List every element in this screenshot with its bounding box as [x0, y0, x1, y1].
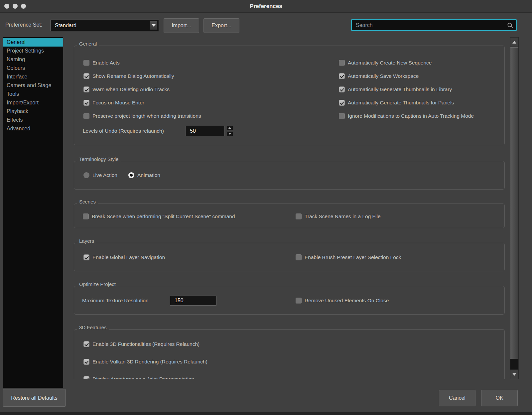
checkbox-label: Automatically Generate Thumbnails in Lib… — [348, 86, 452, 92]
checkbox-row[interactable]: Enable Brush Preset Layer Selection Lock — [296, 254, 401, 261]
checkbox[interactable] — [296, 298, 302, 304]
checkbox[interactable] — [83, 376, 89, 379]
window-bottom-edge — [0, 412, 532, 415]
checkbox[interactable] — [296, 213, 302, 219]
spin-down-icon — [228, 133, 231, 135]
settings-viewport: General Enable Acts Show Rename Dialog A… — [0, 37, 510, 379]
checkbox-row[interactable]: Break Scene when performing "Split Curre… — [83, 213, 235, 220]
vertical-scrollbar[interactable] — [510, 37, 519, 379]
checkbox-row[interactable]: Warn when Deleting Audio Tracks — [83, 86, 170, 93]
preference-set-value: Standard — [55, 20, 76, 31]
preference-set-dropdown[interactable]: Standard — [51, 20, 159, 31]
checkbox-row[interactable]: Show Rename Dialog Automatically — [83, 72, 174, 80]
checkbox-label: Enable 3D Functionalities (Requires Rela… — [92, 341, 200, 347]
checkbox-row[interactable]: Display Armatures as a Joint Representat… — [83, 375, 194, 379]
search-input[interactable] — [352, 20, 516, 30]
radio-row[interactable]: Live Action — [83, 172, 117, 179]
scroll-down-icon — [512, 373, 516, 376]
checkbox-label: Enable Acts — [92, 60, 120, 66]
general-group-title: General — [77, 41, 99, 47]
spin-up-button[interactable] — [226, 126, 233, 130]
scroll-down-button[interactable] — [510, 369, 518, 379]
checkbox-row[interactable]: Enable Global Layer Navigation — [83, 254, 165, 261]
max-texture-resolution-label: Maximum Texture Resolution — [82, 298, 149, 304]
checkbox-label: Warn when Deleting Audio Tracks — [92, 86, 170, 92]
titlebar: Preferences — [0, 0, 532, 13]
levels-of-undo-row: Levels of Undo (Requires relaunch) — [83, 127, 164, 135]
checkbox[interactable] — [339, 86, 345, 92]
optimize-project-group: Optimize Project Maximum Texture Resolut… — [74, 286, 505, 315]
checkbox[interactable] — [83, 73, 89, 79]
optimize-project-group-title: Optimize Project — [77, 281, 118, 287]
cancel-button[interactable]: Cancel — [439, 390, 475, 406]
checkbox-row[interactable]: Track Scene Names in a Log File — [296, 213, 381, 220]
radio-button[interactable] — [83, 172, 89, 178]
checkbox[interactable] — [83, 113, 89, 119]
radio-label: Animation — [137, 172, 160, 178]
checkbox[interactable] — [83, 100, 89, 106]
checkbox-row[interactable]: Enable 3D Functionalities (Requires Rela… — [83, 341, 200, 348]
checkbox-label: Automatically Save Workspace — [348, 73, 419, 79]
checkbox-label: Focus on Mouse Enter — [92, 100, 144, 106]
checkbox-row[interactable]: Preserve project length when adding tran… — [83, 112, 201, 120]
checkbox-label: Display Armatures as a Joint Representat… — [92, 376, 194, 379]
checkbox[interactable] — [83, 254, 89, 260]
scroll-up-button[interactable] — [510, 38, 518, 47]
max-texture-resolution-row: Maximum Texture Resolution — [82, 297, 149, 304]
radio-label: Live Action — [92, 172, 117, 178]
radio-row[interactable]: Animation — [128, 172, 160, 179]
checkbox-label: Automatically Generate Thumbnails for Pa… — [348, 100, 454, 106]
checkbox-row[interactable]: Focus on Mouse Enter — [83, 99, 144, 106]
ok-button[interactable]: OK — [481, 390, 518, 406]
scroll-up-icon — [512, 41, 516, 44]
checkbox[interactable] — [83, 86, 89, 92]
checkbox-row[interactable]: Ignore Modifications to Captions in Auto… — [339, 112, 474, 120]
levels-of-undo-label: Levels of Undo (Requires relaunch) — [83, 128, 164, 134]
search-icon — [507, 22, 514, 31]
max-texture-resolution-input[interactable] — [170, 296, 216, 306]
radio-button[interactable] — [128, 172, 134, 178]
checkbox[interactable] — [339, 60, 345, 66]
scenes-group-title: Scenes — [77, 199, 98, 205]
checkbox[interactable] — [339, 100, 345, 106]
export-button[interactable]: Export... — [203, 18, 239, 33]
checkbox-row[interactable]: Remove Unused Elements On Close — [296, 297, 389, 304]
scrollbar-thumb[interactable] — [510, 47, 518, 359]
checkbox[interactable] — [296, 254, 302, 260]
checkbox-row[interactable]: Automatically Generate Thumbnails for Pa… — [339, 99, 454, 106]
chevron-down-icon — [152, 24, 156, 27]
checkbox-row[interactable]: Enable Vulkan 3D Rendering (Requires Rel… — [83, 358, 207, 365]
checkbox-label: Break Scene when performing "Split Curre… — [92, 213, 235, 219]
checkbox[interactable] — [339, 73, 345, 79]
preference-set-label: Preference Set: — [5, 22, 42, 28]
checkbox-row[interactable]: Automatically Save Workspace — [339, 72, 419, 80]
spin-up-icon — [228, 127, 231, 129]
levels-of-undo-stepper — [226, 126, 233, 136]
checkbox[interactable] — [83, 341, 89, 347]
checkbox-label: Enable Vulkan 3D Rendering (Requires Rel… — [92, 359, 207, 365]
checkbox[interactable] — [83, 60, 89, 66]
checkbox-row[interactable]: Automatically Generate Thumbnails in Lib… — [339, 86, 452, 93]
import-button[interactable]: Import... — [164, 18, 199, 33]
checkbox-label: Remove Unused Elements On Close — [305, 298, 389, 304]
checkbox-row[interactable]: Enable Acts — [83, 59, 120, 67]
layers-group: Layers Enable Global Layer Navigation En… — [74, 243, 505, 271]
terminology-style-group: Terminology Style Live Action Animation — [74, 161, 505, 190]
3d-features-group-title: 3D Features — [77, 325, 109, 331]
checkbox-label: Automatically Create New Sequence — [348, 60, 432, 66]
checkbox-row[interactable]: Automatically Create New Sequence — [339, 59, 432, 67]
levels-of-undo-input[interactable] — [185, 126, 224, 136]
preferences-window: { "window": { "title": "Preferences" }, … — [0, 0, 532, 415]
checkbox[interactable] — [83, 213, 89, 219]
window-title: Preferences — [0, 3, 532, 10]
checkbox[interactable] — [339, 113, 345, 119]
preference-set-dropdown-button[interactable] — [150, 21, 158, 30]
restore-all-defaults-button[interactable]: Restore all Defaults — [3, 389, 66, 407]
search-box — [351, 19, 517, 31]
checkbox-label: Show Rename Dialog Automatically — [92, 73, 174, 79]
spin-down-button[interactable] — [226, 131, 233, 136]
checkbox-label: Ignore Modifications to Captions in Auto… — [348, 113, 474, 119]
checkbox[interactable] — [83, 359, 89, 365]
checkbox-label: Track Scene Names in a Log File — [305, 213, 381, 219]
terminology-style-group-title: Terminology Style — [77, 156, 121, 162]
